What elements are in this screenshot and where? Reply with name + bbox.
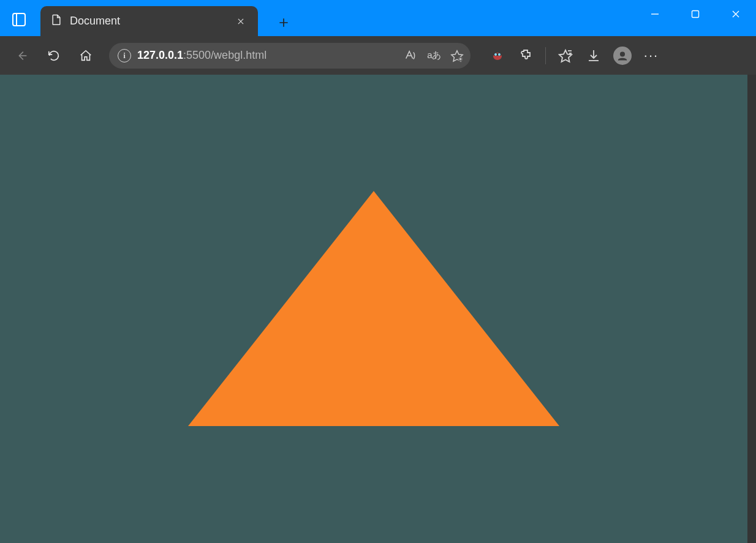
favorites-list-icon[interactable] bbox=[557, 47, 574, 64]
svg-point-8 bbox=[494, 53, 497, 56]
window-controls bbox=[635, 0, 756, 28]
svg-point-9 bbox=[498, 53, 501, 56]
maximize-button[interactable] bbox=[675, 0, 716, 28]
toolbar-right: ··· bbox=[489, 47, 660, 65]
extensions-icon[interactable] bbox=[517, 47, 534, 64]
omnibox-actions: aあ bbox=[403, 48, 464, 63]
more-menu-button[interactable]: ··· bbox=[643, 47, 660, 64]
refresh-button[interactable] bbox=[42, 43, 66, 68]
downloads-icon[interactable] bbox=[585, 47, 602, 64]
svg-point-14 bbox=[621, 52, 625, 56]
translate-icon[interactable]: aあ bbox=[426, 48, 441, 63]
webgl-triangle bbox=[188, 191, 559, 426]
svg-marker-10 bbox=[559, 50, 572, 62]
back-button[interactable] bbox=[10, 43, 34, 68]
toolbar-separator bbox=[545, 47, 546, 64]
url-host: 127.0.0.1 bbox=[137, 49, 183, 62]
svg-rect-1 bbox=[692, 11, 699, 18]
browser-tab[interactable]: Document bbox=[40, 6, 258, 36]
site-info-icon[interactable]: i bbox=[118, 49, 131, 62]
window-titlebar: Document bbox=[0, 0, 756, 36]
minimize-button[interactable] bbox=[635, 0, 675, 28]
titlebar-left: Document bbox=[0, 0, 296, 36]
close-tab-button[interactable] bbox=[232, 13, 249, 30]
tab-title: Document bbox=[70, 15, 120, 28]
profile-avatar-icon[interactable] bbox=[613, 47, 632, 65]
favorite-icon[interactable] bbox=[450, 48, 464, 63]
url-text: 127.0.0.1:5500/webgl.html bbox=[137, 49, 397, 62]
new-tab-button[interactable] bbox=[271, 10, 296, 35]
home-button[interactable] bbox=[74, 43, 98, 68]
page-viewport bbox=[0, 75, 756, 543]
browser-toolbar: i 127.0.0.1:5500/webgl.html aあ bbox=[0, 36, 756, 75]
close-window-button[interactable] bbox=[716, 0, 756, 28]
address-bar[interactable]: i 127.0.0.1:5500/webgl.html aあ bbox=[109, 43, 471, 69]
url-path: :5500/webgl.html bbox=[183, 49, 266, 62]
page-icon bbox=[50, 13, 62, 29]
extension-bug-icon[interactable] bbox=[489, 47, 506, 64]
read-aloud-icon[interactable] bbox=[403, 48, 418, 63]
tab-actions-icon[interactable] bbox=[12, 13, 26, 26]
vertical-scrollbar[interactable] bbox=[747, 75, 756, 543]
